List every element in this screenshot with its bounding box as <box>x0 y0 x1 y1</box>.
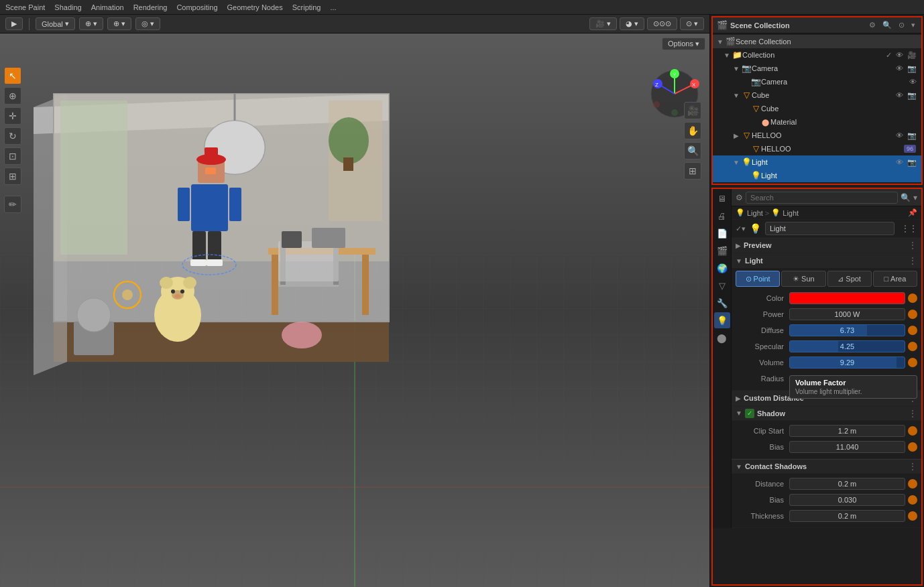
viewport-shading-options[interactable]: ⊙⊙⊙ <box>647 17 677 30</box>
cursor-tool[interactable]: ⊕ <box>4 87 21 105</box>
menu-item-shading[interactable]: Shading <box>54 3 81 11</box>
contact-distance-dot[interactable] <box>908 479 917 488</box>
menu-item-geometry-nodes[interactable]: Geometry Nodes <box>227 3 283 11</box>
clip-start-dot[interactable] <box>908 426 917 436</box>
material-props-btn[interactable]: ⬤ <box>714 330 730 346</box>
power-dot[interactable] <box>908 310 917 319</box>
menu-item-scene-paint[interactable]: Scene Paint <box>5 3 45 11</box>
outliner-menu-btn[interactable]: ▾ <box>909 21 917 29</box>
hand-tool-btn[interactable]: ✋ <box>684 122 701 139</box>
thickness-dot[interactable] <box>908 511 917 521</box>
breadcrumb-pin-btn[interactable]: 📌 <box>908 208 917 217</box>
light-dots-btn[interactable]: ⋮⋮ <box>901 224 917 233</box>
light-type-point[interactable]: ⊙ Point <box>736 271 780 287</box>
light-name-input[interactable] <box>765 222 894 235</box>
tree-item-collection[interactable]: ▼ 📁 Collection ✓ 👁 🎥 <box>713 48 921 62</box>
cube-group-eye[interactable]: 👁 <box>894 91 905 99</box>
camera-view-btn[interactable]: 🎥 <box>684 102 701 119</box>
camera-controls[interactable]: 🎥 ▾ <box>589 17 617 30</box>
transform-global-btn[interactable]: Global ▾ <box>36 17 75 30</box>
collection-camera[interactable]: 👁 <box>894 51 905 59</box>
prop-search-input[interactable] <box>746 192 898 204</box>
light-type-spot[interactable]: ⊿ Spot <box>827 271 872 287</box>
grid-btn[interactable]: ⊞ <box>684 162 701 180</box>
volume-field[interactable]: 9.29 <box>789 356 905 369</box>
specular-dot[interactable] <box>908 342 917 351</box>
view-layer-props-btn[interactable]: 📄 <box>714 225 730 241</box>
contact-shadow-arrow[interactable]: ▼ <box>736 463 742 470</box>
helloo-camera[interactable]: 📷 <box>905 131 919 140</box>
tree-item-scene-collection[interactable]: ▼ 🎬 Scene Collection <box>713 35 921 48</box>
select-mode-btn[interactable]: ▶ <box>5 17 23 30</box>
tree-item-light-obj[interactable]: ▼ 💡 Light <box>713 169 921 182</box>
proportional-btn[interactable]: ◎ ▾ <box>135 17 160 30</box>
scene-props-btn[interactable]: 🎬 <box>714 243 730 259</box>
outliner-sync-btn[interactable]: ⊙ <box>897 21 907 29</box>
zoom-btn[interactable]: 🔍 <box>684 142 701 159</box>
camera-group-eye[interactable]: 👁 <box>894 64 905 72</box>
tree-item-camera-obj[interactable]: ▼ 📷 Camera 👁 <box>713 75 921 88</box>
thickness-field[interactable]: 0.2 m <box>789 510 905 522</box>
scale-tool[interactable]: ⊡ <box>4 147 21 165</box>
prop-menu-btn[interactable]: ▾ <box>913 193 917 202</box>
collection-eye[interactable]: ✓ <box>884 51 894 60</box>
modifier-props-btn[interactable]: 🔧 <box>714 295 730 311</box>
shadow-bias-field[interactable]: 11.040 <box>789 441 905 453</box>
shadow-bias-dot[interactable] <box>908 442 917 452</box>
breadcrumb-light[interactable]: Light <box>747 209 763 217</box>
tree-item-helloo-obj[interactable]: ▼ ▽ HELLOO 96 <box>713 142 921 155</box>
helloo-eye[interactable]: 👁 <box>894 131 905 139</box>
transform-pivot-btn[interactable]: ⊕ ▾ <box>79 17 103 30</box>
color-picker[interactable] <box>789 292 905 304</box>
contact-bias-dot[interactable] <box>908 495 917 505</box>
viewport-3d[interactable]: ▶ Global ▾ ⊕ ▾ ⊕ ▾ ◎ ▾ 🎥 ▾ ◕ ▾ ⊙⊙⊙ ⊙ ▾ <box>0 15 709 587</box>
camera-group-camera[interactable]: 📷 <box>905 64 919 73</box>
clip-start-field[interactable]: 1.2 m <box>789 425 905 437</box>
light-type-area[interactable]: □ Area <box>873 271 917 287</box>
tree-item-camera-group[interactable]: ▼ 📷 Camera 👁 📷 <box>713 62 921 75</box>
annotate-tool[interactable]: ✏ <box>4 196 21 213</box>
select-tool[interactable]: ↖ <box>4 67 21 84</box>
menu-item-rendering[interactable]: Rendering <box>133 3 168 11</box>
data-props-btn[interactable]: 💡 <box>714 312 730 328</box>
color-dot[interactable] <box>908 294 917 303</box>
object-props-btn[interactable]: ▽ <box>714 277 730 294</box>
light-check[interactable]: ✓▾ <box>736 224 746 233</box>
world-props-btn[interactable]: 🌍 <box>714 260 730 276</box>
options-button[interactable]: Options ▾ <box>662 38 705 50</box>
menu-item-animation[interactable]: Animation <box>91 3 124 11</box>
viewport-shading-solid[interactable]: ◕ ▾ <box>620 17 644 30</box>
menu-item-scripting[interactable]: Scripting <box>292 3 321 11</box>
light-group-camera[interactable]: 📷 <box>905 158 919 167</box>
rotate-tool[interactable]: ↻ <box>4 127 21 145</box>
light-section-header[interactable]: ▼ Light ⋮ <box>732 253 921 268</box>
preview-section-header[interactable]: ▶ Preview ⋮ <box>732 238 921 253</box>
power-field[interactable]: 1000 W <box>789 308 905 320</box>
outliner-search-btn[interactable]: 🔍 <box>880 21 894 29</box>
contact-distance-field[interactable]: 0.2 m <box>789 478 905 490</box>
render-props-btn[interactable]: 🖥 <box>714 190 730 206</box>
output-props-btn[interactable]: 🖨 <box>714 208 730 224</box>
light-type-sun[interactable]: ☀ Sun <box>781 271 825 287</box>
transform-tool[interactable]: ⊞ <box>4 168 21 185</box>
collection-render[interactable]: 🎥 <box>905 51 919 60</box>
shadow-enable-checkbox[interactable]: ✓ <box>745 409 754 418</box>
camera-obj-eye[interactable]: 👁 <box>907 78 919 86</box>
move-tool[interactable]: ✛ <box>4 107 21 125</box>
light-group-eye[interactable]: 👁 <box>894 158 905 166</box>
contact-bias-field[interactable]: 0.030 <box>789 494 905 506</box>
cube-group-camera[interactable]: 📷 <box>905 91 919 100</box>
shadow-arrow[interactable]: ▼ <box>736 409 742 417</box>
outliner-filter-btn[interactable]: ⚙ <box>867 21 878 29</box>
menu-item-compositing[interactable]: Compositing <box>176 3 217 11</box>
volume-dot[interactable] <box>908 358 917 367</box>
menu-item-more[interactable]: ... <box>330 3 336 11</box>
tree-item-cube-obj[interactable]: ▼ ▽ Cube <box>713 102 921 115</box>
overlay-btn[interactable]: ⊙ ▾ <box>680 17 704 30</box>
breadcrumb-light2[interactable]: Light <box>783 209 799 217</box>
tree-item-helloo-group[interactable]: ▶ ▽ HELLOO 👁 📷 <box>713 129 921 142</box>
tree-item-light-group[interactable]: ▼ 💡 Light 👁 📷 <box>713 155 921 169</box>
specular-field[interactable]: 4.25 <box>789 340 905 352</box>
diffuse-field[interactable]: 6.73 <box>789 324 905 336</box>
diffuse-dot[interactable] <box>908 326 917 335</box>
